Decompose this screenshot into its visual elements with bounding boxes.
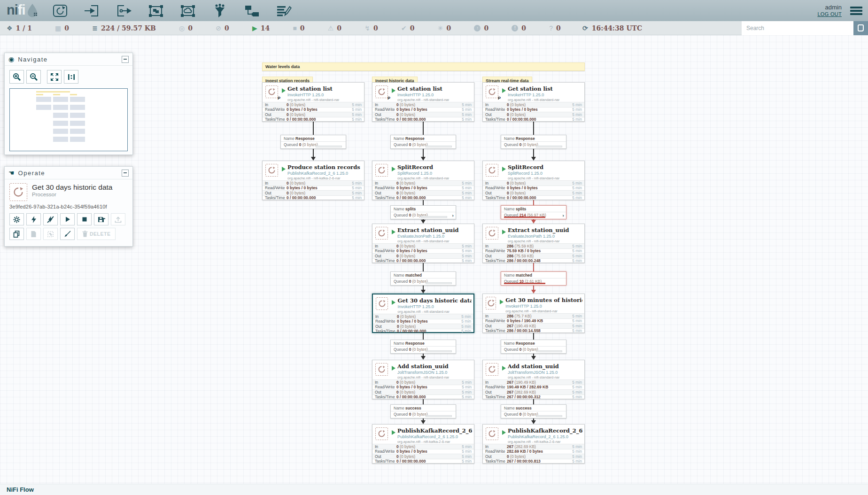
queued-icon: ≣ <box>92 24 98 32</box>
processor-type: PublishKafkaRecord_2_6 1.25.0 <box>287 171 360 176</box>
collapse-operate-button[interactable] <box>122 170 129 177</box>
processor-name: PublishKafkaRecord_2_6 <box>397 427 472 434</box>
flow-canvas[interactable]: Water levels data Ingest station records… <box>0 35 868 484</box>
processor[interactable]: P PublishKafkaRecord_2_6 PublishKafkaRec… <box>372 424 474 464</box>
logo-text-fi: fi <box>18 2 25 18</box>
processor[interactable]: P Add station_uuid JoltTransformJSON 1.2… <box>372 360 474 399</box>
breadcrumb-bar: NiFi Flow <box>0 484 868 495</box>
create-template-button[interactable] <box>94 213 108 225</box>
processor[interactable]: P Get 30 minutes of historic data Invoke… <box>482 294 585 333</box>
configure-button[interactable] <box>9 213 24 225</box>
primary-node-badge: P <box>388 96 390 101</box>
running-icon: ▶ <box>252 24 257 32</box>
logout-link[interactable]: LOG OUT <box>817 11 842 18</box>
status-value: 0 <box>556 24 561 32</box>
processor-name: SplitRecord <box>397 164 449 170</box>
stat-row-in: In 267 (282.69 KB) 5 min <box>483 444 584 449</box>
zoom-in-button[interactable] <box>9 70 24 84</box>
connection-name-row: Name success <box>391 405 456 411</box>
stat-row-tasks-time: Tasks/Time 286 / 00:00:14.558 5 min <box>483 328 584 333</box>
processor-bundle: org.apache.nifi - nifi-standard-nar <box>397 98 449 102</box>
connection-name-row: Name Response <box>501 135 566 142</box>
processor[interactable]: P Extract station_uuid EvaluateJsonPath … <box>372 224 474 263</box>
arrowhead-icon <box>311 157 316 161</box>
connection-queue-row: Queued 0 (0 bytes) ◑ <box>281 142 346 148</box>
processor[interactable]: P Get station list InvokeHTTP 1.25.0 org… <box>372 82 474 122</box>
stat-row-tasks-time: Tasks/Time 286 / 00:00:00.248 5 min <box>483 258 584 263</box>
stat-row-tasks-time: Tasks/Time 0 / 00:00:00.000 5 min <box>263 195 364 201</box>
zoom-fit-button[interactable] <box>47 70 62 84</box>
processor[interactable]: P SplitRecord SplitRecord 1.25.0 org.apa… <box>372 161 474 200</box>
connection-queue-row: Queued 0 (0 bytes) ◑ <box>391 278 456 285</box>
processor[interactable]: P Add station_uuid JoltTransformJSON 1.2… <box>482 360 585 399</box>
load-balance-icon: ◑ <box>451 213 454 219</box>
processor[interactable]: P PublishKafkaRecord_2_6 PublishKafkaRec… <box>482 424 585 464</box>
breadcrumb-root[interactable]: NiFi Flow <box>7 486 34 493</box>
stop-button[interactable] <box>77 213 92 225</box>
refresh-icon[interactable]: ⟳ <box>582 24 588 32</box>
stat-row-out: Out 267 (190.49 KB) 5 min <box>483 323 584 328</box>
component-toolbar <box>51 3 293 19</box>
processor[interactable]: P Produce station records PublishKafkaRe… <box>262 161 364 200</box>
fill-color-button[interactable] <box>60 228 75 240</box>
template-component-icon[interactable] <box>242 3 261 19</box>
bulletin-board-button[interactable] <box>853 21 868 35</box>
connection-name-row: Name Response <box>281 135 346 142</box>
birdseye-minimap[interactable] <box>9 88 128 151</box>
remote-process-group-component-icon[interactable] <box>178 3 197 19</box>
processor[interactable]: P Get station list InvokeHTTP 1.25.0 org… <box>482 82 585 122</box>
connection-label[interactable]: Name Response Queued 0 (0 bytes) ◑ <box>501 135 566 149</box>
connection-label[interactable]: Name Response Queued 0 (0 bytes) ◑ <box>280 135 346 149</box>
selected-component-id: 3e9fed26-97ab-321a-b24c-354f59a4610f <box>5 202 132 212</box>
output-port-component-icon[interactable] <box>115 3 133 19</box>
processor-name: SplitRecord <box>508 164 559 170</box>
status-item: ✔ 0 <box>401 24 414 32</box>
disable-button[interactable] <box>43 213 58 225</box>
start-button[interactable] <box>60 213 75 225</box>
stat-row-out: Out 0 (0 bytes) 5 min <box>372 253 474 258</box>
stat-row-read-write: Read/Write 0 bytes / 0 bytes 5 min <box>372 186 474 191</box>
connection-label[interactable]: Name matched Queued 10 (2.61 KB) ◑ <box>501 271 566 286</box>
connection-label[interactable]: Name splits Queued 214 (56.97 KB) ◑ <box>501 205 566 219</box>
connection-label[interactable]: Name matched Queued 0 (0 bytes) ◑ <box>390 271 456 286</box>
stat-row-read-write: Read/Write 0 bytes / 0 bytes 5 min <box>483 186 584 191</box>
processor-component-icon[interactable] <box>51 3 70 19</box>
processor-name: Get 30 minutes of historic data <box>505 297 582 303</box>
queue-progress-bar <box>504 217 545 218</box>
processor[interactable]: P Extract station_uuid EvaluateJsonPath … <box>482 224 585 263</box>
running-status-icon <box>502 88 506 93</box>
processor[interactable]: P SplitRecord SplitRecord 1.25.0 org.apa… <box>482 161 585 200</box>
input-port-component-icon[interactable] <box>83 3 101 19</box>
connection-label[interactable]: Name success Queued 0 (0 bytes) ◑ <box>501 404 566 418</box>
connection-label[interactable]: Name success Queued 0 (0 bytes) ◑ <box>390 404 456 418</box>
zoom-out-button[interactable] <box>26 70 41 84</box>
connection-queue-row: Queued 0 (0 bytes) ◑ <box>391 347 456 353</box>
processor[interactable]: P Get 30 days historic data InvokeHTTP 1… <box>372 294 474 333</box>
label-component-icon[interactable] <box>274 3 293 19</box>
search-input[interactable] <box>742 21 853 35</box>
enable-button[interactable] <box>26 213 41 225</box>
zoom-actual-size-button[interactable] <box>64 70 78 84</box>
queue-progress-bar <box>316 146 342 147</box>
logo-text-ni: ni <box>7 2 18 18</box>
funnel-component-icon[interactable] <box>210 3 229 19</box>
connection-line <box>533 200 534 205</box>
stat-row-tasks-time: Tasks/Time 0 / 00:00:00.000 5 min <box>372 258 474 263</box>
processor-icon: P <box>486 85 498 98</box>
stat-row-tasks-time: Tasks/Time 267 / 00:00:00.813 5 min <box>483 459 584 464</box>
stat-row-tasks-time: Tasks/Time 0 / 00:00:00.000 5 min <box>263 117 364 122</box>
connection-label[interactable]: Name Response Queued 0 (0 bytes) ◑ <box>501 340 566 354</box>
stat-row-in: In 0 (0 bytes) 5 min <box>373 314 473 319</box>
collapse-navigate-button[interactable] <box>122 56 129 63</box>
flow-label-water-levels[interactable]: Water levels data <box>262 62 585 71</box>
processor[interactable]: P Get station list InvokeHTTP 1.25.0 org… <box>262 82 364 122</box>
process-group-component-icon[interactable] <box>147 3 165 19</box>
primary-node-badge: P <box>498 96 501 101</box>
connection-label[interactable]: Name splits Queued 0 (0 bytes) ◑ <box>390 205 456 219</box>
connection-label[interactable]: Name Response Queued 0 (0 bytes) ◑ <box>390 135 456 149</box>
global-menu-icon[interactable] <box>849 4 863 17</box>
connection-label[interactable]: Name Response Queued 0 (0 bytes) ◑ <box>390 340 456 354</box>
arrowhead-icon <box>531 157 536 161</box>
status-item: ⚠ 0 <box>328 24 341 32</box>
copy-button[interactable] <box>9 228 24 240</box>
